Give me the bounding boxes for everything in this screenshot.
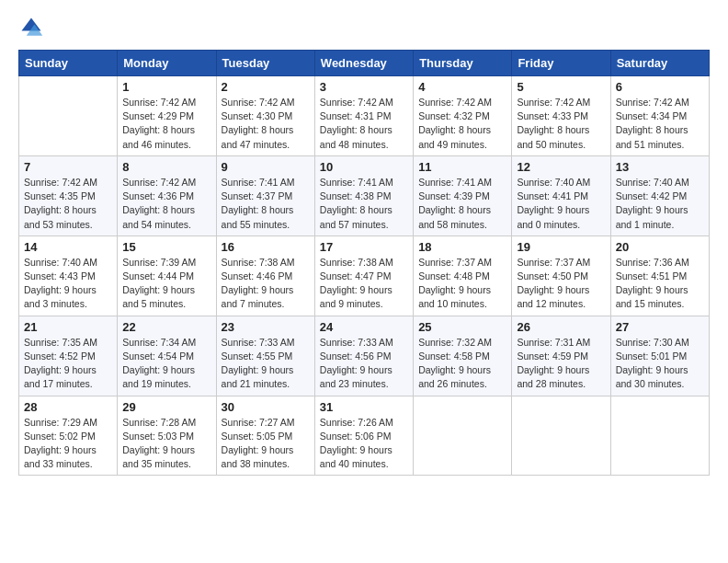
calendar-cell: 3Sunrise: 7:42 AMSunset: 4:31 PMDaylight… bbox=[314, 76, 413, 156]
weekday-header-thursday: Thursday bbox=[414, 51, 512, 76]
calendar-cell: 1Sunrise: 7:42 AMSunset: 4:29 PMDaylight… bbox=[118, 76, 216, 156]
calendar-table: SundayMondayTuesdayWednesdayThursdayFrid… bbox=[18, 50, 710, 476]
day-info: Sunrise: 7:42 AMSunset: 4:35 PMDaylight:… bbox=[24, 176, 112, 232]
calendar-cell: 19Sunrise: 7:37 AMSunset: 4:50 PMDayligh… bbox=[512, 236, 610, 316]
day-number: 14 bbox=[24, 240, 112, 254]
calendar-cell: 20Sunrise: 7:36 AMSunset: 4:51 PMDayligh… bbox=[610, 236, 709, 316]
calendar-cell: 27Sunrise: 7:30 AMSunset: 5:01 PMDayligh… bbox=[610, 316, 709, 396]
day-info: Sunrise: 7:36 AMSunset: 4:51 PMDaylight:… bbox=[616, 256, 704, 312]
day-info: Sunrise: 7:37 AMSunset: 4:48 PMDaylight:… bbox=[418, 256, 506, 312]
weekday-header-monday: Monday bbox=[118, 51, 216, 76]
day-info: Sunrise: 7:32 AMSunset: 4:58 PMDaylight:… bbox=[418, 336, 506, 392]
page: SundayMondayTuesdayWednesdayThursdayFrid… bbox=[0, 0, 728, 563]
calendar-cell bbox=[512, 396, 610, 476]
calendar-cell: 15Sunrise: 7:39 AMSunset: 4:44 PMDayligh… bbox=[118, 236, 216, 316]
calendar-cell: 2Sunrise: 7:42 AMSunset: 4:30 PMDaylight… bbox=[216, 76, 314, 156]
calendar-cell: 5Sunrise: 7:42 AMSunset: 4:33 PMDaylight… bbox=[512, 76, 610, 156]
week-row-3: 14Sunrise: 7:40 AMSunset: 4:43 PMDayligh… bbox=[19, 236, 710, 316]
day-info: Sunrise: 7:35 AMSunset: 4:52 PMDaylight:… bbox=[24, 336, 112, 392]
day-number: 24 bbox=[320, 320, 408, 334]
logo-icon bbox=[18, 15, 44, 40]
calendar-cell: 7Sunrise: 7:42 AMSunset: 4:35 PMDaylight… bbox=[19, 155, 118, 236]
calendar-cell: 17Sunrise: 7:38 AMSunset: 4:47 PMDayligh… bbox=[314, 236, 413, 316]
day-number: 7 bbox=[24, 160, 112, 174]
calendar-cell: 12Sunrise: 7:40 AMSunset: 4:41 PMDayligh… bbox=[512, 155, 610, 236]
day-number: 4 bbox=[418, 80, 506, 94]
day-info: Sunrise: 7:42 AMSunset: 4:31 PMDaylight:… bbox=[320, 96, 408, 152]
day-info: Sunrise: 7:33 AMSunset: 4:56 PMDaylight:… bbox=[320, 336, 408, 392]
calendar-cell: 4Sunrise: 7:42 AMSunset: 4:32 PMDaylight… bbox=[414, 76, 512, 156]
day-number: 23 bbox=[222, 320, 310, 334]
calendar-cell: 28Sunrise: 7:29 AMSunset: 5:02 PMDayligh… bbox=[19, 396, 118, 476]
day-number: 13 bbox=[616, 160, 704, 174]
day-number: 16 bbox=[222, 240, 310, 254]
day-info: Sunrise: 7:39 AMSunset: 4:44 PMDaylight:… bbox=[122, 256, 210, 312]
calendar-cell: 22Sunrise: 7:34 AMSunset: 4:54 PMDayligh… bbox=[118, 316, 216, 396]
week-row-5: 28Sunrise: 7:29 AMSunset: 5:02 PMDayligh… bbox=[19, 396, 710, 476]
day-number: 8 bbox=[122, 160, 210, 174]
day-number: 9 bbox=[222, 160, 310, 174]
day-info: Sunrise: 7:41 AMSunset: 4:38 PMDaylight:… bbox=[320, 176, 408, 232]
day-info: Sunrise: 7:42 AMSunset: 4:29 PMDaylight:… bbox=[122, 96, 210, 152]
week-row-2: 7Sunrise: 7:42 AMSunset: 4:35 PMDaylight… bbox=[19, 155, 710, 236]
day-info: Sunrise: 7:31 AMSunset: 4:59 PMDaylight:… bbox=[517, 336, 605, 392]
day-number: 30 bbox=[222, 400, 310, 414]
day-info: Sunrise: 7:40 AMSunset: 4:41 PMDaylight:… bbox=[517, 176, 605, 232]
day-number: 28 bbox=[24, 400, 112, 414]
weekday-header-saturday: Saturday bbox=[610, 51, 709, 76]
day-info: Sunrise: 7:40 AMSunset: 4:43 PMDaylight:… bbox=[24, 256, 112, 312]
calendar-cell: 30Sunrise: 7:27 AMSunset: 5:05 PMDayligh… bbox=[216, 396, 314, 476]
day-number: 22 bbox=[122, 320, 210, 334]
day-number: 19 bbox=[517, 240, 605, 254]
weekday-header-sunday: Sunday bbox=[19, 51, 118, 76]
weekday-header-friday: Friday bbox=[512, 51, 610, 76]
calendar-cell: 14Sunrise: 7:40 AMSunset: 4:43 PMDayligh… bbox=[19, 236, 118, 316]
calendar-cell bbox=[19, 76, 118, 156]
day-info: Sunrise: 7:42 AMSunset: 4:32 PMDaylight:… bbox=[418, 96, 506, 152]
day-number: 25 bbox=[418, 320, 506, 334]
calendar-cell: 10Sunrise: 7:41 AMSunset: 4:38 PMDayligh… bbox=[314, 155, 413, 236]
logo bbox=[18, 15, 48, 40]
weekday-header-tuesday: Tuesday bbox=[216, 51, 314, 76]
calendar-cell: 25Sunrise: 7:32 AMSunset: 4:58 PMDayligh… bbox=[414, 316, 512, 396]
day-number: 6 bbox=[616, 80, 704, 94]
day-number: 18 bbox=[418, 240, 506, 254]
day-info: Sunrise: 7:42 AMSunset: 4:30 PMDaylight:… bbox=[222, 96, 310, 152]
calendar-cell: 29Sunrise: 7:28 AMSunset: 5:03 PMDayligh… bbox=[118, 396, 216, 476]
day-number: 29 bbox=[122, 400, 210, 414]
day-info: Sunrise: 7:41 AMSunset: 4:37 PMDaylight:… bbox=[222, 176, 310, 232]
calendar-cell bbox=[610, 396, 709, 476]
day-info: Sunrise: 7:29 AMSunset: 5:02 PMDaylight:… bbox=[24, 416, 112, 472]
day-info: Sunrise: 7:38 AMSunset: 4:47 PMDaylight:… bbox=[320, 256, 408, 312]
day-info: Sunrise: 7:38 AMSunset: 4:46 PMDaylight:… bbox=[222, 256, 310, 312]
day-info: Sunrise: 7:33 AMSunset: 4:55 PMDaylight:… bbox=[222, 336, 310, 392]
day-number: 3 bbox=[320, 80, 408, 94]
calendar-cell: 16Sunrise: 7:38 AMSunset: 4:46 PMDayligh… bbox=[216, 236, 314, 316]
day-number: 5 bbox=[517, 80, 605, 94]
week-row-4: 21Sunrise: 7:35 AMSunset: 4:52 PMDayligh… bbox=[19, 316, 710, 396]
day-number: 1 bbox=[122, 80, 210, 94]
calendar-cell: 13Sunrise: 7:40 AMSunset: 4:42 PMDayligh… bbox=[610, 155, 709, 236]
weekday-header-wednesday: Wednesday bbox=[314, 51, 413, 76]
calendar-cell: 31Sunrise: 7:26 AMSunset: 5:06 PMDayligh… bbox=[314, 396, 413, 476]
day-number: 27 bbox=[616, 320, 704, 334]
calendar-cell: 6Sunrise: 7:42 AMSunset: 4:34 PMDaylight… bbox=[610, 76, 709, 156]
day-info: Sunrise: 7:42 AMSunset: 4:36 PMDaylight:… bbox=[122, 176, 210, 232]
day-info: Sunrise: 7:41 AMSunset: 4:39 PMDaylight:… bbox=[418, 176, 506, 232]
day-number: 2 bbox=[222, 80, 310, 94]
header bbox=[18, 15, 710, 40]
day-number: 12 bbox=[517, 160, 605, 174]
weekday-header-row: SundayMondayTuesdayWednesdayThursdayFrid… bbox=[19, 51, 710, 76]
calendar-cell: 11Sunrise: 7:41 AMSunset: 4:39 PMDayligh… bbox=[414, 155, 512, 236]
day-number: 26 bbox=[517, 320, 605, 334]
day-info: Sunrise: 7:37 AMSunset: 4:50 PMDaylight:… bbox=[517, 256, 605, 312]
day-info: Sunrise: 7:26 AMSunset: 5:06 PMDaylight:… bbox=[320, 416, 408, 472]
day-number: 31 bbox=[320, 400, 408, 414]
day-info: Sunrise: 7:34 AMSunset: 4:54 PMDaylight:… bbox=[122, 336, 210, 392]
calendar-cell: 18Sunrise: 7:37 AMSunset: 4:48 PMDayligh… bbox=[414, 236, 512, 316]
day-number: 17 bbox=[320, 240, 408, 254]
day-info: Sunrise: 7:28 AMSunset: 5:03 PMDaylight:… bbox=[122, 416, 210, 472]
day-number: 21 bbox=[24, 320, 112, 334]
day-info: Sunrise: 7:27 AMSunset: 5:05 PMDaylight:… bbox=[222, 416, 310, 472]
day-number: 11 bbox=[418, 160, 506, 174]
